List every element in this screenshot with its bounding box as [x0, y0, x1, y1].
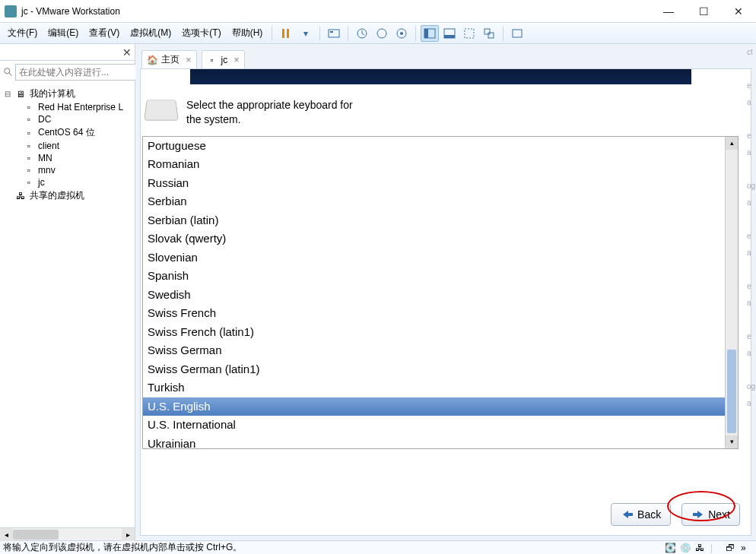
menu-view[interactable]: 查看(V) — [84, 25, 124, 41]
next-button[interactable]: Next — [681, 503, 740, 526]
library-search-input[interactable] — [15, 64, 137, 81]
scroll-left-icon[interactable]: ◂ — [0, 528, 13, 541]
keyboard-option[interactable]: Romanian — [143, 155, 725, 174]
tree-vm-item[interactable]: ▫Red Hat Enterprise L — [2, 101, 135, 113]
keyboard-list-container: PortugueseRomanianRussianSerbianSerbian … — [142, 136, 739, 449]
keyboard-option[interactable]: Russian — [143, 174, 725, 193]
maximize-button[interactable]: ☐ — [686, 0, 721, 23]
tree-vm-item[interactable]: ▫jc — [2, 176, 135, 188]
tray-disk-icon[interactable]: 💽 — [665, 543, 677, 553]
keyboard-option[interactable]: Spanish — [143, 267, 725, 286]
keyboard-list[interactable]: PortugueseRomanianRussianSerbianSerbian … — [143, 137, 725, 448]
keyboard-option[interactable]: Swiss French (latin1) — [143, 323, 725, 342]
tray-cd-icon[interactable]: 💿 — [680, 543, 692, 553]
menu-help[interactable]: 帮助(H) — [227, 25, 268, 41]
keyboard-option[interactable]: Swiss German (latin1) — [143, 360, 725, 379]
tab-close-icon[interactable]: × — [186, 54, 192, 65]
scroll-thumb[interactable] — [727, 350, 736, 433]
arrow-left-icon — [621, 509, 634, 520]
view-console-icon[interactable] — [421, 25, 439, 42]
menubar: 文件(F) 编辑(E) 查看(V) 虚拟机(M) 选项卡(T) 帮助(H) ▾ — [0, 23, 756, 44]
svg-rect-9 — [424, 29, 428, 38]
pause-icon[interactable] — [277, 25, 295, 42]
dropdown-icon[interactable]: ▾ — [297, 25, 315, 42]
keyboard-option[interactable]: Slovenian — [143, 249, 725, 268]
svg-point-7 — [400, 32, 403, 35]
keyboard-option[interactable]: Swiss German — [143, 341, 725, 360]
back-button[interactable]: Back — [611, 503, 671, 526]
svg-line-17 — [9, 73, 12, 76]
keyboard-option[interactable]: Swedish — [143, 286, 725, 305]
snapshot-revert-icon[interactable] — [373, 25, 391, 42]
keyboard-option[interactable]: Swiss French — [143, 304, 725, 323]
scroll-thumb[interactable] — [13, 530, 59, 540]
scroll-up-icon[interactable]: ▴ — [726, 137, 738, 150]
view-stretch-icon[interactable] — [440, 25, 459, 42]
keyboard-option[interactable]: Serbian — [143, 192, 725, 211]
button-label: Next — [708, 508, 730, 521]
tree-vm-item[interactable]: ▫client — [2, 140, 135, 152]
expand-icon[interactable] — [3, 192, 11, 200]
svg-rect-12 — [465, 29, 474, 38]
home-icon: 🏠 — [147, 55, 157, 65]
keyboard-option[interactable]: Ukrainian — [143, 435, 725, 448]
svg-rect-18 — [627, 513, 633, 516]
vm-tree: ⊟ 🖥 我的计算机 ▫Red Hat Enterprise L▫DC▫CentO… — [0, 84, 135, 527]
instruction-text: the system. — [186, 112, 353, 127]
shared-icon: 🖧 — [14, 191, 27, 201]
expand-icon[interactable]: ⊟ — [3, 90, 11, 98]
snapshot-icon[interactable] — [353, 25, 371, 42]
status-tray: 💽 💿 🖧 | 🗗 » — [665, 543, 753, 553]
svg-rect-13 — [484, 29, 490, 34]
menu-edit[interactable]: 编辑(E) — [43, 25, 83, 41]
search-icon — [3, 66, 14, 78]
keyboard-option[interactable]: Slovak (qwerty) — [143, 230, 725, 249]
minimize-button[interactable]: — — [651, 0, 686, 23]
svg-rect-0 — [282, 29, 284, 38]
status-bar: 将输入定向到该虚拟机，请在虚拟机内部单击或按 Ctrl+G。 💽 💿 🖧 | 🗗… — [0, 540, 756, 554]
library-icon[interactable] — [508, 25, 526, 42]
send-keys-icon[interactable] — [325, 25, 343, 42]
tree-label: mnv — [38, 165, 56, 176]
tree-vm-item[interactable]: ▫MN — [2, 152, 135, 164]
menu-tabs[interactable]: 选项卡(T) — [177, 25, 225, 41]
tree-root-shared[interactable]: 🖧 共享的虚拟机 — [2, 188, 135, 203]
keyboard-option[interactable]: U.S. International — [143, 416, 725, 435]
tree-vm-item[interactable]: ▫CentOS 64 位 — [2, 125, 135, 140]
tab-close-icon[interactable]: × — [233, 54, 240, 65]
menu-file[interactable]: 文件(F) — [3, 25, 42, 41]
scroll-down-icon[interactable]: ▾ — [726, 435, 738, 448]
menu-vm[interactable]: 虚拟机(M) — [125, 25, 176, 41]
tab-label: 主页 — [161, 53, 179, 66]
vm-icon: ▫ — [23, 153, 35, 163]
svg-point-16 — [5, 68, 10, 74]
tree-vm-item[interactable]: ▫DC — [2, 113, 135, 125]
sidebar-hscrollbar[interactable]: ◂ ▸ — [0, 527, 135, 540]
tree-label: 共享的虚拟机 — [30, 189, 84, 202]
vm-console[interactable]: Select the appropriate keyboard for the … — [140, 68, 751, 536]
keyboard-list-scrollbar[interactable]: ▴ ▾ — [725, 137, 738, 448]
tray-net-icon[interactable]: 🖧 — [695, 543, 707, 553]
keyboard-option[interactable]: U.S. English — [143, 397, 725, 416]
keyboard-option[interactable]: Serbian (latin) — [143, 211, 725, 230]
tree-root-mycomputer[interactable]: ⊟ 🖥 我的计算机 — [2, 87, 135, 101]
tree-label: jc — [38, 177, 45, 188]
tab-home[interactable]: 🏠 主页 × — [141, 50, 197, 68]
computer-icon: 🖥 — [14, 89, 27, 100]
snapshot-manage-icon[interactable] — [392, 25, 411, 42]
tree-vm-item[interactable]: ▫mnv — [2, 164, 135, 176]
vm-icon: ▫ — [23, 165, 35, 176]
tray-screens-icon[interactable]: 🗗 — [726, 543, 738, 553]
main-area: 🏠 主页 × ▫ jc × Select the appropriate key… — [135, 44, 756, 540]
close-button[interactable]: ✕ — [721, 0, 756, 23]
svg-rect-1 — [287, 29, 289, 38]
keyboard-option[interactable]: Turkish — [143, 378, 725, 397]
titlebar: jc - VMware Workstation — ☐ ✕ — [0, 0, 756, 23]
view-fullscreen-icon[interactable] — [460, 25, 478, 42]
tab-jc[interactable]: ▫ jc × — [202, 50, 245, 68]
scroll-right-icon[interactable]: ▸ — [122, 528, 135, 541]
keyboard-option[interactable]: Portuguese — [143, 137, 725, 156]
tray-chevron-icon[interactable]: » — [741, 543, 753, 553]
view-unity-icon[interactable] — [480, 25, 498, 42]
sidebar-close-icon[interactable]: ✕ — [122, 46, 132, 59]
